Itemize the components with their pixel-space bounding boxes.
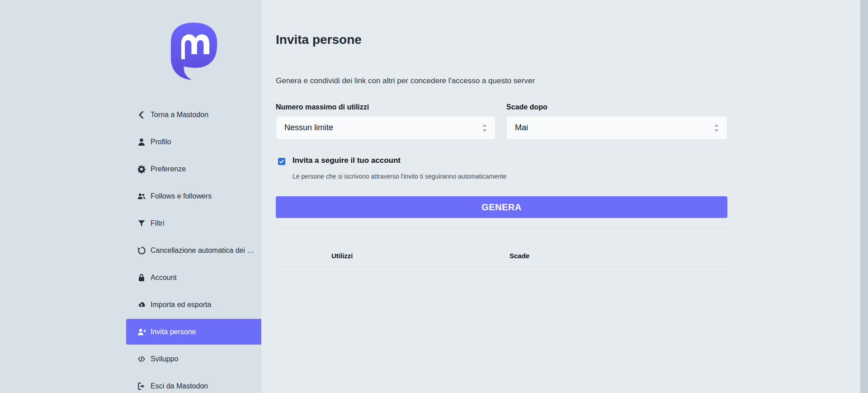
sidebar-item-label: Follows e followers xyxy=(151,192,212,200)
sidebar-item-label: Cancellazione automatica dei … xyxy=(151,246,254,255)
cloud-download-icon xyxy=(137,300,146,309)
max-uses-label: Numero massimo di utilizzi xyxy=(276,103,369,111)
settings-sidebar: Torna a Mastodon Profilo Preferenze Foll… xyxy=(0,0,261,393)
sidebar-item-label: Filtri xyxy=(151,219,164,227)
sidebar-item-automated-deletion[interactable]: Cancellazione automatica dei … xyxy=(126,237,261,263)
sidebar-item-label: Profilo xyxy=(151,138,171,146)
chevron-left-icon xyxy=(137,110,146,119)
filter-icon xyxy=(137,219,146,228)
sidebar-item-preferences[interactable]: Preferenze xyxy=(126,156,261,182)
sidebar-item-account[interactable]: Account xyxy=(126,265,261,290)
sidebar-item-filters[interactable]: Filtri xyxy=(126,210,261,236)
expires-after-selected-value: Mai xyxy=(515,123,528,133)
sidebar-item-label: Esci da Mastodon xyxy=(151,382,208,390)
select-spinner-icon xyxy=(481,123,488,133)
sign-out-icon xyxy=(137,382,146,391)
invite-people-page: Invita persone Genera e condividi dei li… xyxy=(276,0,727,393)
check-icon xyxy=(279,159,284,164)
expires-after-select[interactable]: Mai xyxy=(506,116,727,140)
user-icon xyxy=(137,137,146,147)
sidebar-item-label: Invita persone xyxy=(151,328,196,336)
table-header-expires: Scade xyxy=(509,252,529,260)
sidebar-item-label: Sviluppo xyxy=(151,355,178,363)
page-scrollbar[interactable] xyxy=(860,0,868,393)
sidebar-item-profile[interactable]: Profilo xyxy=(126,129,261,155)
table-header-divider xyxy=(276,266,727,267)
gear-icon xyxy=(137,165,146,174)
sidebar-item-label: Account xyxy=(151,274,177,282)
max-uses-select[interactable]: Nessun limite xyxy=(276,116,495,140)
select-spinner-icon xyxy=(713,123,720,133)
page-description: Genera e condividi dei link con altri pe… xyxy=(276,76,535,86)
code-icon xyxy=(137,355,146,364)
sidebar-item-label: Preferenze xyxy=(151,165,186,173)
sidebar-item-development[interactable]: Sviluppo xyxy=(126,346,261,372)
sidebar-item-follows-followers[interactable]: Follows e followers xyxy=(126,183,261,209)
expires-after-label: Scade dopo xyxy=(506,103,547,111)
table-top-divider xyxy=(276,227,727,228)
sidebar-item-import-export[interactable]: Importa ed esporta xyxy=(126,292,261,317)
settings-nav: Torna a Mastodon Profilo Preferenze Foll… xyxy=(126,102,261,393)
lock-icon xyxy=(137,273,146,282)
sidebar-item-label: Torna a Mastodon xyxy=(151,111,208,119)
autofollow-label[interactable]: Invita a seguire il tuo account xyxy=(292,156,401,165)
table-header-uses: Utilizzi xyxy=(331,252,353,260)
sidebar-item-logout[interactable]: Esci da Mastodon xyxy=(126,373,261,393)
users-icon xyxy=(137,192,146,201)
history-icon xyxy=(137,246,146,255)
generate-button[interactable]: GENERA xyxy=(276,196,727,218)
sidebar-item-label: Importa ed esporta xyxy=(151,301,211,309)
page-title: Invita persone xyxy=(276,33,362,47)
user-plus-icon xyxy=(137,327,146,336)
sidebar-item-invite-people[interactable]: Invita persone xyxy=(126,319,261,345)
mastodon-logo[interactable] xyxy=(168,22,220,80)
autofollow-hint: Le persone che si iscrivono attraverso l… xyxy=(292,173,506,180)
sidebar-item-back-to-mastodon[interactable]: Torna a Mastodon xyxy=(126,102,261,128)
max-uses-selected-value: Nessun limite xyxy=(284,123,333,133)
autofollow-checkbox[interactable] xyxy=(278,158,285,165)
